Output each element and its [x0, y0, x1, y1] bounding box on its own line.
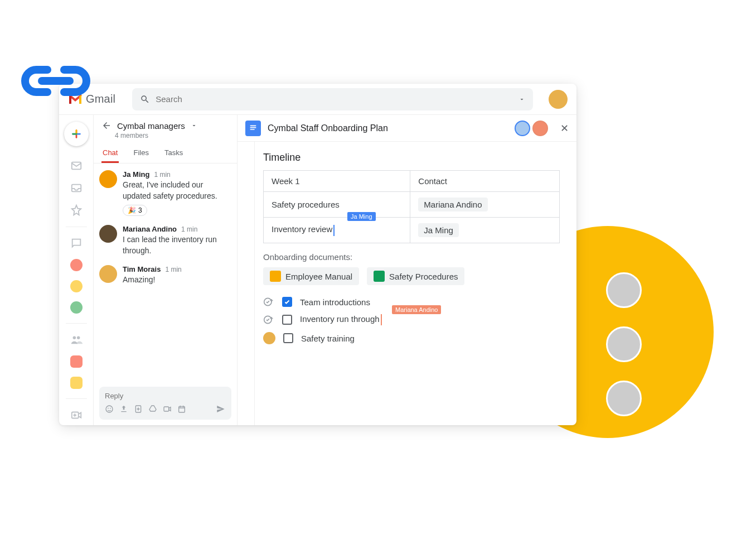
- table-header: Contact: [410, 171, 560, 192]
- add-task-icon[interactable]: [263, 314, 274, 325]
- tab-files[interactable]: Files: [132, 144, 149, 163]
- table-cell[interactable]: Inventory review Ja Ming: [264, 218, 410, 243]
- slides-icon: [270, 271, 281, 282]
- svg-point-7: [110, 408, 111, 409]
- message-time: 1 min: [165, 266, 181, 273]
- app-header: Gmail: [59, 84, 576, 115]
- sender-name: Mariana Andino: [123, 225, 177, 233]
- doc-body: Timeline Week 1 Contact Safety procedure…: [238, 142, 576, 425]
- doc-panel: Cymbal Staff Onboarding Plan ✕ Timeline …: [238, 115, 576, 425]
- table-cell[interactable]: Safety procedures: [264, 192, 410, 218]
- avatar: [99, 170, 117, 188]
- message-text: Great, I've included our updated safety …: [123, 180, 231, 201]
- tab-chat[interactable]: Chat: [101, 144, 119, 163]
- gmail-window: Gmail: [59, 84, 576, 425]
- docs-icon: [245, 121, 261, 136]
- table-cell[interactable]: Mariana Andino: [410, 192, 560, 218]
- space-yellow[interactable]: [70, 377, 83, 389]
- message-text: Amazing!: [123, 275, 231, 286]
- timeline-table: Week 1 Contact Safety procedures Mariana…: [263, 170, 560, 243]
- send-icon[interactable]: [216, 404, 226, 414]
- svg-point-5: [106, 406, 113, 412]
- mail-icon[interactable]: [69, 158, 84, 173]
- reply-box: [99, 387, 231, 420]
- doc-title: Cymbal Staff Onboarding Plan: [268, 123, 512, 133]
- chat-header: Cymbal managers: [94, 115, 237, 132]
- reply-toolbar: [105, 404, 226, 414]
- emoji-icon[interactable]: [105, 405, 114, 413]
- back-icon[interactable]: [101, 121, 112, 131]
- svg-point-6: [108, 408, 109, 409]
- reaction-count: 3: [138, 206, 142, 214]
- checkbox[interactable]: [282, 315, 292, 325]
- link-icon: [17, 61, 95, 100]
- table-cell[interactable]: Ja Ming: [410, 218, 560, 243]
- search-bar[interactable]: [132, 88, 533, 110]
- spaces-icon[interactable]: [69, 333, 84, 347]
- upload-icon[interactable]: [119, 405, 128, 413]
- checklist-item: Safety training: [263, 332, 560, 344]
- inbox-icon[interactable]: [69, 181, 84, 195]
- mention-chip[interactable]: Ja Ming: [418, 223, 459, 237]
- assignee-avatar[interactable]: [263, 332, 275, 344]
- compose-button[interactable]: [64, 122, 89, 146]
- checklist-label: Inventory run through: [300, 314, 380, 324]
- message-list: Ja Ming 1 min Great, I've included our u…: [94, 163, 237, 387]
- space-red[interactable]: [70, 355, 83, 368]
- chat-message: Ja Ming 1 min Great, I've included our u…: [99, 170, 231, 216]
- chevron-down-icon[interactable]: [191, 122, 197, 129]
- chat-icon[interactable]: [69, 236, 84, 251]
- decorative-avatar: [606, 272, 642, 308]
- collaborator-avatar[interactable]: [532, 121, 548, 136]
- checklist-item: Inventory run through Mariana Andino: [263, 314, 560, 325]
- status-dot-red[interactable]: [70, 259, 83, 271]
- chat-tabs: Chat Files Tasks: [94, 144, 237, 163]
- checkbox[interactable]: [282, 297, 292, 307]
- reply-input[interactable]: [105, 392, 226, 400]
- chat-message: Tim Morais 1 min Amazing!: [99, 265, 231, 286]
- checkbox[interactable]: [283, 333, 293, 343]
- sender-name: Tim Morais: [123, 265, 161, 273]
- onboarding-label: Onboarding documents:: [263, 252, 560, 262]
- video-icon[interactable]: [163, 405, 172, 413]
- message-time: 1 min: [181, 225, 197, 233]
- svg-point-2: [72, 336, 76, 340]
- message-text: I can lead the inventory run through.: [123, 234, 231, 256]
- collaborator-avatar[interactable]: [515, 121, 530, 136]
- star-icon[interactable]: [69, 203, 84, 218]
- svg-point-3: [76, 336, 80, 340]
- message-time: 1 min: [154, 171, 170, 179]
- account-avatar[interactable]: [549, 90, 568, 109]
- svg-rect-10: [179, 406, 185, 412]
- section-heading: Timeline: [263, 152, 560, 163]
- chat-panel: Cymbal managers 4 members Chat Files Tas…: [94, 115, 238, 425]
- sheets-link[interactable]: Safety Procedures: [367, 267, 464, 285]
- reaction-chip[interactable]: 🎉 3: [123, 205, 147, 216]
- dropdown-icon[interactable]: [518, 96, 525, 103]
- decorative-avatar: [606, 381, 642, 416]
- drive-icon[interactable]: [148, 405, 157, 413]
- close-icon[interactable]: ✕: [560, 122, 569, 134]
- status-dot-yellow[interactable]: [70, 280, 83, 292]
- slides-link[interactable]: Employee Manual: [263, 267, 359, 285]
- mention-chip[interactable]: Mariana Andino: [418, 198, 487, 211]
- search-input[interactable]: [156, 94, 513, 104]
- sender-name: Ja Ming: [123, 170, 149, 179]
- collaborator-cursor: Mariana Andino: [392, 305, 441, 314]
- status-dot-green[interactable]: [70, 301, 83, 314]
- meet-icon[interactable]: [69, 408, 84, 422]
- drive-file-icon[interactable]: [134, 405, 143, 413]
- reaction-emoji: 🎉: [128, 206, 136, 214]
- checklist-label: Team introductions: [300, 297, 370, 307]
- chat-message: Mariana Andino 1 min I can lead the inve…: [99, 225, 231, 256]
- member-count: 4 members: [94, 132, 237, 140]
- svg-rect-9: [164, 407, 169, 411]
- avatar: [99, 225, 117, 243]
- room-name: Cymbal managers: [117, 121, 185, 131]
- checklist-label: Safety training: [301, 334, 355, 343]
- tab-tasks[interactable]: Tasks: [163, 144, 184, 163]
- doc-links: Employee Manual Safety Procedures: [263, 267, 560, 285]
- search-icon: [140, 94, 150, 104]
- calendar-icon[interactable]: [177, 405, 186, 413]
- add-task-icon[interactable]: [263, 296, 274, 307]
